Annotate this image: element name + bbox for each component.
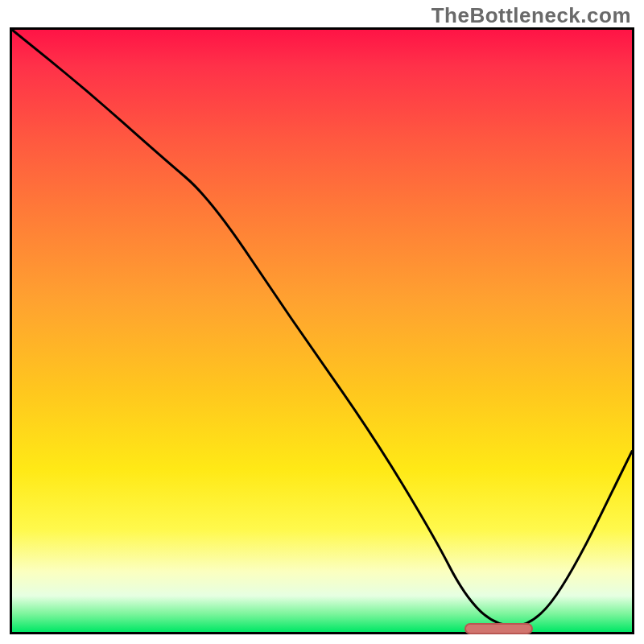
bottleneck-curve — [12, 30, 632, 632]
plot-area — [10, 27, 634, 634]
optimal-range-marker — [464, 623, 533, 634]
chart-frame: TheBottleneck.com — [0, 0, 644, 644]
curve-path — [12, 30, 632, 626]
watermark-label: TheBottleneck.com — [431, 3, 631, 28]
